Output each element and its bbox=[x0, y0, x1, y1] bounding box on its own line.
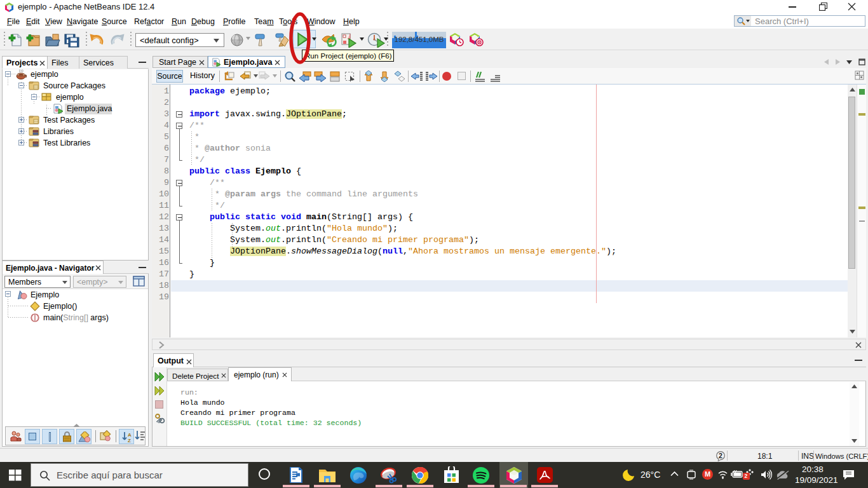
svg-text:Z: Z bbox=[128, 438, 131, 443]
svg-text:2: 2 bbox=[719, 452, 722, 459]
svg-text:A: A bbox=[128, 432, 132, 438]
